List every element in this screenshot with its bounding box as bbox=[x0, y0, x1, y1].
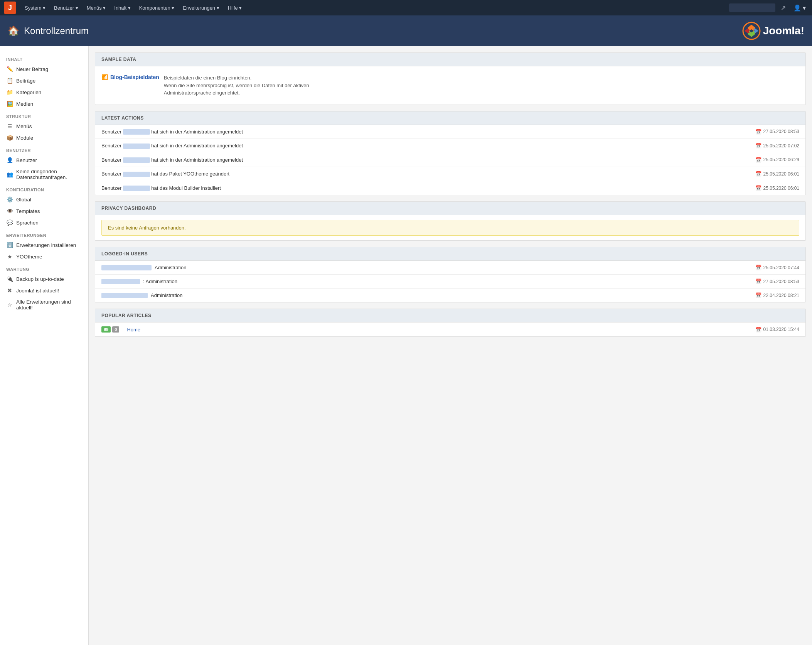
sidebar-item-label: Benutzer bbox=[16, 157, 82, 163]
user-info: : Administration bbox=[101, 279, 755, 284]
header-title: 🏠 Kontrollzentrum bbox=[8, 25, 89, 36]
action-text: Benutzer hat sich in der Administration … bbox=[101, 143, 755, 149]
topbar-nav-hilfe[interactable]: Hilfe ▾ bbox=[224, 3, 246, 13]
sidebar-item-yootheme[interactable]: ★YOOtheme bbox=[0, 251, 88, 262]
joomla-logo-small[interactable]: J bbox=[4, 2, 16, 14]
sidebar-section-struktur: STRUKTUR bbox=[0, 110, 88, 120]
topbar-nav: System ▾Benutzer ▾Menüs ▾Inhalt ▾Kompone… bbox=[21, 3, 728, 13]
popular-articles-body: 990Home📅 01.03.2020 15:44 bbox=[95, 322, 805, 336]
sidebar-item-icon: ★ bbox=[6, 253, 13, 260]
user-name-redacted bbox=[101, 279, 140, 284]
sidebar-item-label: Alle Erweiterungen sind aktuell! bbox=[16, 299, 82, 311]
sidebar-item-sprachen[interactable]: 💬Sprachen bbox=[0, 217, 88, 228]
sample-data-panel: SAMPLE DATA 📶 Blog-Beispieldaten Beispie… bbox=[95, 52, 806, 105]
calendar-icon: 📅 bbox=[755, 279, 761, 284]
article-row: 990Home📅 01.03.2020 15:44 bbox=[95, 322, 805, 336]
topbar-nav-system[interactable]: System ▾ bbox=[21, 3, 49, 13]
calendar-icon: 📅 bbox=[755, 143, 761, 149]
sidebar-item-label: Kategorien bbox=[16, 89, 82, 95]
sidebar-item-label: Menüs bbox=[16, 123, 82, 129]
topbar-nav-menüs[interactable]: Menüs ▾ bbox=[83, 3, 110, 13]
latest-actions-body: Benutzer hat sich in der Administration … bbox=[95, 125, 805, 195]
privacy-alert-message: Es sind keine Anfragen vorhanden. bbox=[101, 220, 799, 236]
main-layout: INHALT✏️Neuer Beitrag📋Beiträge📁Kategorie… bbox=[0, 46, 812, 645]
user-row: Administration📅 22.04.2020 08:21 bbox=[95, 289, 805, 302]
sidebar-item-icon: ✖ bbox=[6, 287, 13, 294]
sidebar-item-backup-is-up-to[interactable]: 🔌Backup is up-to-date bbox=[0, 273, 88, 285]
latest-actions-header: LATEST ACTIONS bbox=[95, 111, 805, 125]
sidebar-item-mens[interactable]: ☰Menüs bbox=[0, 120, 88, 132]
action-date: 📅 25.05.2020 07:02 bbox=[755, 143, 799, 149]
calendar-icon: 📅 bbox=[755, 171, 761, 177]
action-row: Benutzer hat sich in der Administration … bbox=[95, 139, 805, 153]
calendar-icon: 📅 bbox=[755, 292, 761, 298]
privacy-dashboard-header: PRIVACY DASHBOARD bbox=[95, 202, 805, 215]
action-date: 📅 25.05.2020 06:29 bbox=[755, 157, 799, 163]
topbar-nav-komponenten[interactable]: Komponenten ▾ bbox=[135, 3, 179, 13]
sidebar-item-label: Erweiterungen installieren bbox=[16, 242, 82, 248]
article-title[interactable]: Home bbox=[127, 327, 140, 333]
sample-data-body: 📶 Blog-Beispieldaten Beispieldaten die e… bbox=[95, 66, 805, 105]
sidebar-section-erweiterungen: ERWEITERUNGEN bbox=[0, 228, 88, 239]
sidebar-item-icon: ☆ bbox=[6, 302, 13, 308]
action-text: Benutzer hat das Paket YOOtheme geändert bbox=[101, 171, 755, 177]
sidebar-item-label: YOOtheme bbox=[16, 254, 82, 260]
blog-beispieldaten-link[interactable]: 📶 Blog-Beispieldaten bbox=[101, 74, 159, 80]
sidebar-item-module[interactable]: 📦Module bbox=[0, 132, 88, 144]
home-icon: 🏠 bbox=[8, 25, 19, 36]
sample-data-item: 📶 Blog-Beispieldaten Beispieldaten die e… bbox=[101, 71, 799, 100]
main-content: SAMPLE DATA 📶 Blog-Beispieldaten Beispie… bbox=[89, 46, 812, 645]
sidebar-item-benutzer[interactable]: 👤Benutzer bbox=[0, 154, 88, 166]
sidebar-item-icon: ☰ bbox=[6, 123, 13, 129]
sidebar-item-keine-dringende[interactable]: 👥Keine dringenden Datenschutzanfragen. bbox=[0, 166, 88, 183]
calendar-icon: 📅 bbox=[755, 327, 761, 333]
topbar-nav-inhalt[interactable]: Inhalt ▾ bbox=[110, 3, 134, 13]
article-hits: 990 bbox=[101, 326, 119, 333]
action-date: 📅 25.05.2020 06:01 bbox=[755, 185, 799, 191]
sidebar-item-medien[interactable]: 🖼️Medien bbox=[0, 98, 88, 110]
topbar-nav-erweiterungen[interactable]: Erweiterungen ▾ bbox=[179, 3, 223, 13]
sidebar-item-label: Backup is up-to-date bbox=[16, 276, 82, 282]
user-last-login-date: 📅 25.05.2020 07:44 bbox=[755, 265, 799, 270]
user-name-redacted bbox=[101, 265, 152, 270]
action-row: Benutzer hat sich in der Administration … bbox=[95, 153, 805, 167]
sidebar-item-icon: ⚙️ bbox=[6, 196, 13, 203]
user-menu-icon[interactable]: 👤 ▾ bbox=[791, 3, 808, 13]
sample-data-description: Beispieldaten die einen Blog einrichten.… bbox=[164, 74, 309, 97]
sidebar-item-label: Templates bbox=[16, 208, 82, 214]
sidebar-item-beitrge[interactable]: 📋Beiträge bbox=[0, 75, 88, 86]
sidebar-item-alle-erweiterun[interactable]: ☆Alle Erweiterungen sind aktuell! bbox=[0, 296, 88, 313]
user-info: Administration bbox=[101, 292, 755, 298]
user-role: Administration bbox=[155, 265, 186, 270]
user-name-redacted bbox=[123, 172, 150, 177]
hits-badge-views: 99 bbox=[101, 326, 111, 333]
sidebar-item-icon: 👥 bbox=[6, 171, 13, 177]
sidebar-section-inhalt: INHALT bbox=[0, 52, 88, 63]
action-text: Benutzer hat das Modul Builder installie… bbox=[101, 185, 755, 191]
sidebar-item-icon: 💬 bbox=[6, 220, 13, 226]
user-name-redacted bbox=[123, 186, 150, 191]
sidebar-item-joomla-ist-akt[interactable]: ✖Joomla! ist aktuell! bbox=[0, 285, 88, 296]
sidebar-item-label: Keine dringenden Datenschutzanfragen. bbox=[16, 169, 82, 180]
user-info: Administration bbox=[101, 265, 755, 270]
topbar-nav-benutzer[interactable]: Benutzer ▾ bbox=[50, 3, 82, 13]
user-last-login-date: 📅 27.05.2020 08:53 bbox=[755, 279, 799, 284]
sidebar-item-kategorien[interactable]: 📁Kategorien bbox=[0, 86, 88, 98]
calendar-icon: 📅 bbox=[755, 185, 761, 191]
hits-badge-secondary: 0 bbox=[112, 326, 119, 333]
sidebar-item-label: Joomla! ist aktuell! bbox=[16, 288, 82, 294]
sidebar-item-label: Neuer Beitrag bbox=[16, 66, 82, 72]
user-last-login-date: 📅 22.04.2020 08:21 bbox=[755, 292, 799, 298]
logged-in-users-panel: LOGGED-IN USERS Administration📅 25.05.20… bbox=[95, 247, 806, 302]
sidebar-item-templates[interactable]: 👁️Templates bbox=[0, 205, 88, 217]
sidebar-item-icon: ✏️ bbox=[6, 66, 13, 72]
action-date: 📅 25.05.2020 06:01 bbox=[755, 171, 799, 177]
sidebar-item-global[interactable]: ⚙️Global bbox=[0, 194, 88, 205]
page-header: 🏠 Kontrollzentrum Joomla! bbox=[0, 15, 812, 46]
sidebar-item-neuer-beitrag[interactable]: ✏️Neuer Beitrag bbox=[0, 63, 88, 75]
external-link-icon[interactable]: ↗ bbox=[778, 3, 788, 13]
sidebar-item-icon: 📦 bbox=[6, 135, 13, 141]
topbar-search-input[interactable] bbox=[729, 3, 775, 12]
sidebar-item-label: Module bbox=[16, 135, 82, 141]
sidebar-item-erweiterungen-i[interactable]: ⬇️Erweiterungen installieren bbox=[0, 239, 88, 251]
